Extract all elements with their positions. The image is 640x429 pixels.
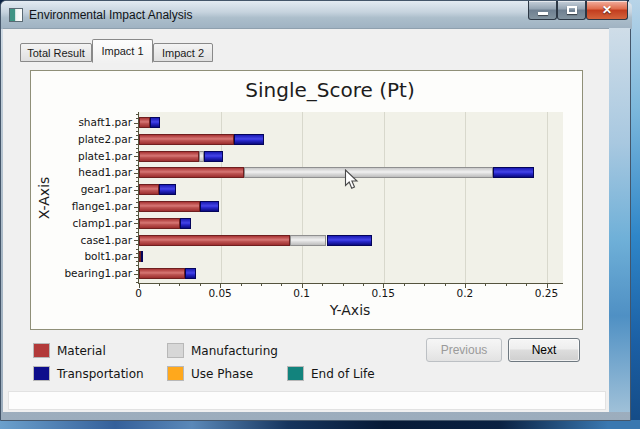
y-axis-minor-tick [136, 160, 138, 161]
bar-segment-transportation [493, 167, 534, 178]
legend-label: Material [57, 344, 106, 358]
y-axis-minor-tick [136, 240, 138, 241]
y-axis-minor-tick [136, 194, 138, 195]
bar-segment-material [139, 117, 150, 128]
legend-item: Transportation [33, 366, 173, 382]
legend-swatch-material [33, 343, 50, 358]
bar-segment-transportation [204, 151, 223, 162]
maximize-button[interactable] [557, 1, 586, 20]
bar-segment-material [139, 218, 180, 229]
bar-segment-material [139, 151, 199, 162]
y-axis-minor-tick [136, 152, 138, 153]
x-axis-minor-tick [343, 284, 344, 286]
gridline [384, 112, 385, 283]
x-axis-minor-tick [526, 284, 527, 286]
status-strip [8, 391, 606, 410]
y-axis-minor-tick [136, 274, 138, 275]
x-axis-minor-tick [445, 284, 446, 286]
y-axis-minor-tick [136, 135, 138, 136]
y-axis-minor-tick [136, 244, 138, 245]
x-axis-minor-tick [261, 284, 262, 286]
category-label: gear1.par [30, 183, 132, 195]
y-axis-minor-tick [136, 173, 138, 174]
gridline [302, 112, 303, 283]
y-axis-minor-tick [136, 165, 138, 166]
x-axis-minor-tick [404, 284, 405, 286]
y-axis-minor-tick [136, 148, 138, 149]
y-axis-minor-tick [136, 265, 138, 266]
x-axis-minor-tick [506, 284, 507, 286]
legend-label: Transportation [57, 367, 144, 381]
category-label: bearing1.par [30, 267, 132, 279]
close-icon: ✕ [587, 3, 627, 17]
x-axis-tick-label: 0.15 [372, 287, 395, 299]
y-axis-minor-tick [136, 169, 138, 170]
x-axis-tick-label: 0.2 [457, 287, 474, 299]
category-label: bolt1.par [30, 250, 132, 262]
chart-title: Single_Score (Pt) [80, 78, 580, 102]
legend-item: End of Life [287, 366, 427, 382]
bar-segment-transportation [180, 218, 191, 229]
y-axis-minor-tick [136, 207, 138, 208]
y-axis-minor-tick [136, 223, 138, 224]
app-icon [9, 8, 23, 22]
gridline [465, 112, 466, 283]
y-axis-minor-tick [136, 211, 138, 212]
legend-item: Material [33, 343, 173, 359]
desktop-background-bottom [0, 420, 640, 429]
legend-item: Manufacturing [167, 343, 307, 359]
x-axis-minor-tick [485, 284, 486, 286]
bar-segment-transportation [141, 251, 143, 262]
category-label: plate1.par [30, 150, 132, 162]
window-border-right [609, 28, 630, 412]
y-axis-minor-tick [136, 118, 138, 119]
bar-segment-manufacturing [290, 235, 327, 246]
x-axis-title: Y-Axis [138, 302, 562, 318]
y-axis-minor-tick [136, 278, 138, 279]
x-axis-minor-tick [281, 284, 282, 286]
y-axis-minor-tick [136, 156, 138, 157]
minimize-icon [538, 12, 548, 15]
mouse-cursor-icon [344, 169, 359, 191]
minimize-button[interactable] [528, 1, 557, 20]
y-axis-minor-tick [136, 215, 138, 216]
x-axis-minor-tick [322, 284, 323, 286]
screen: Environmental Impact Analysis ✕ Total Re… [0, 0, 640, 429]
bar-segment-material [139, 184, 159, 195]
next-button[interactable]: Next [508, 338, 580, 362]
y-axis-minor-tick [136, 253, 138, 254]
category-label: head1.par [30, 166, 132, 178]
category-label: case1.par [30, 234, 132, 246]
tab-total-result[interactable]: Total Result [20, 43, 92, 62]
y-axis-minor-tick [136, 144, 138, 145]
x-axis-minor-tick [424, 284, 425, 286]
y-axis-minor-tick [136, 186, 138, 187]
bar-segment-transportation [327, 235, 373, 246]
y-axis-minor-tick [136, 219, 138, 220]
y-axis-minor-tick [136, 198, 138, 199]
legend-swatch-transportation [33, 366, 50, 381]
legend-swatch-end_of_life [287, 366, 304, 381]
bar-segment-material [139, 134, 234, 145]
x-axis-minor-tick [179, 284, 180, 286]
bar-segment-transportation [150, 117, 160, 128]
close-button[interactable]: ✕ [586, 1, 628, 20]
y-axis-minor-tick [136, 190, 138, 191]
bar-segment-manufacturing [244, 167, 493, 178]
y-axis-minor-tick [136, 131, 138, 132]
y-axis-minor-tick [136, 236, 138, 237]
y-axis-minor-tick [136, 181, 138, 182]
y-axis-minor-tick [136, 127, 138, 128]
tab-impact-1[interactable]: Impact 1 [92, 39, 153, 63]
y-axis-minor-tick [136, 177, 138, 178]
bar-segment-material [139, 201, 200, 212]
y-axis-minor-tick [136, 123, 138, 124]
x-axis-tick-label: 0 [135, 287, 142, 299]
previous-button[interactable]: Previous [426, 338, 502, 362]
y-axis-minor-tick [136, 114, 138, 115]
tab-impact-2[interactable]: Impact 2 [153, 43, 213, 62]
x-axis-minor-tick [241, 284, 242, 286]
y-axis-minor-tick [136, 232, 138, 233]
category-label: plate2.par [30, 133, 132, 145]
y-axis-minor-tick [136, 261, 138, 262]
